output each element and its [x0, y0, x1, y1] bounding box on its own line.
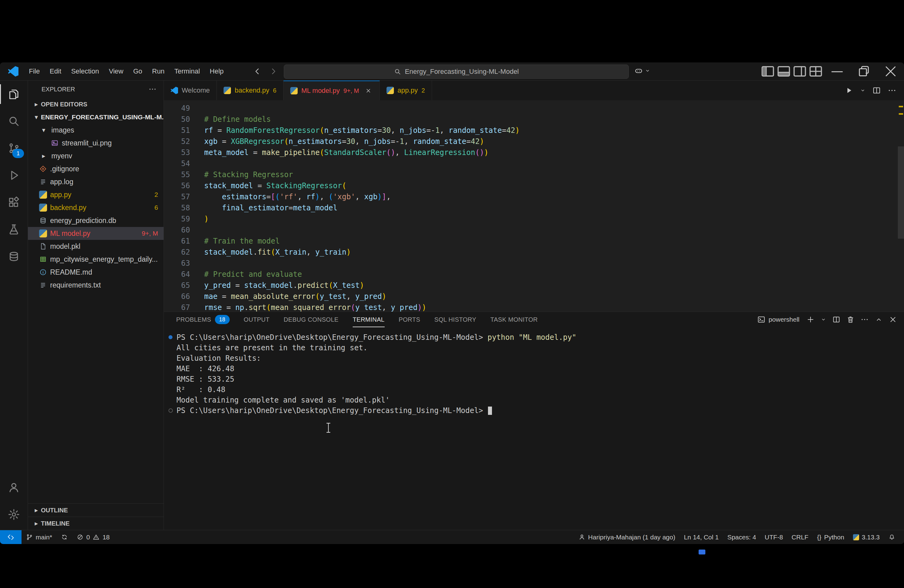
close-panel-icon[interactable] — [889, 315, 897, 324]
file-row-energy-prediction-db[interactable]: energy_prediction.db — [28, 214, 164, 227]
python-version-status[interactable]: 3.13.3 — [849, 530, 884, 544]
restore-button[interactable] — [850, 62, 877, 80]
timeline-section[interactable]: TIMELINE — [28, 517, 164, 530]
tab-backend-py[interactable]: backend.py6 — [217, 81, 283, 100]
file-row-ml-model-py[interactable]: ML model.py9+, M — [28, 227, 164, 240]
panel-tab-terminal[interactable]: TERMINAL — [353, 312, 385, 327]
branch-status[interactable]: main* — [22, 530, 57, 544]
panel-tab-debug-console[interactable]: DEBUG CONSOLE — [284, 312, 338, 327]
braces-icon: {} — [817, 534, 821, 541]
split-terminal-icon[interactable] — [832, 315, 841, 324]
code-text: estimators=[('rf', rf), ('xgb', xgb)], — [190, 191, 391, 202]
toggle-panel-icon[interactable] — [776, 62, 792, 80]
activity-extensions[interactable] — [0, 189, 28, 216]
toggle-sidebar-icon[interactable] — [760, 62, 776, 80]
command-decorator-icon[interactable] — [169, 335, 172, 339]
panel-tab-sql-history[interactable]: SQL HISTORY — [435, 312, 476, 327]
panel-tab-problems[interactable]: PROBLEMS18 — [176, 312, 230, 327]
activity-search[interactable] — [0, 107, 28, 135]
indentation-status[interactable]: Spaces: 4 — [723, 530, 760, 544]
menu-bar: FileEditSelectionViewGoRunTerminalHelp — [24, 62, 228, 80]
more-actions-icon[interactable] — [148, 85, 157, 93]
minimize-button[interactable] — [824, 62, 850, 80]
run-dropdown-icon[interactable] — [860, 87, 866, 93]
notifications[interactable] — [884, 530, 900, 544]
editor-area: Welcomebackend.py6ML model.py9+, Mapp.py… — [164, 81, 904, 530]
code-line: 51rf = RandomForestRegressor(n_estimator… — [164, 125, 904, 136]
chevron-right-icon — [39, 152, 48, 160]
file-row-backend-py[interactable]: backend.py6 — [28, 201, 164, 214]
maximize-panel-icon[interactable] — [874, 315, 883, 324]
eol-status[interactable]: CRLF — [787, 530, 813, 544]
file-row-model-pkl[interactable]: model.pkl — [28, 240, 164, 253]
file-row-streamlit-ui-png[interactable]: streamlit_ui.png — [28, 136, 164, 149]
workspace-root-label: ENERGY_FORECASTING_USING-ML-M... — [41, 114, 164, 121]
file-row-images[interactable]: images — [28, 123, 164, 136]
new-terminal-icon[interactable] — [806, 315, 815, 324]
run-button[interactable] — [844, 86, 853, 95]
code-editor[interactable]: 4950# Define models51rf = RandomForestRe… — [164, 100, 904, 311]
menu-help[interactable]: Help — [205, 62, 228, 80]
panel-tab-output[interactable]: OUTPUT — [244, 312, 270, 327]
activity-database[interactable] — [0, 243, 28, 270]
menu-selection[interactable]: Selection — [66, 62, 104, 80]
file-row-requirements-txt[interactable]: requirements.txt — [28, 279, 164, 292]
menu-edit[interactable]: Edit — [44, 62, 66, 80]
menu-run[interactable]: Run — [147, 62, 169, 80]
activity-settings[interactable] — [0, 501, 28, 528]
file-row-mp-citywise-energy-temp-daily[interactable]: mp_citywise_energy_temp_daily... — [28, 253, 164, 266]
tab-welcome[interactable]: Welcome — [164, 81, 217, 100]
file-row-readme-md[interactable]: README.md — [28, 266, 164, 279]
file-row-myenv[interactable]: myenv — [28, 149, 164, 162]
search-icon — [394, 68, 401, 75]
language-status[interactable]: {}Python — [813, 530, 848, 544]
back-arrow-icon[interactable] — [253, 67, 262, 76]
terminal-line: Evaluation Results: — [164, 353, 904, 364]
file-row-app-log[interactable]: app.log — [28, 175, 164, 188]
terminal-profile-dropdown-icon[interactable] — [820, 316, 827, 322]
activity-account[interactable] — [0, 474, 28, 501]
code-text: rf = RandomForestRegressor(n_estimators=… — [190, 125, 520, 136]
tab-ml-model-py[interactable]: ML model.py9+, M — [283, 81, 380, 100]
menu-file[interactable]: File — [24, 62, 44, 80]
outline-section[interactable]: OUTLINE — [28, 503, 164, 517]
tab-app-py[interactable]: app.py2 — [380, 81, 432, 100]
close-tab-icon[interactable] — [364, 87, 373, 95]
command-decorator-icon[interactable] — [169, 408, 173, 413]
commit-status[interactable]: Haripriya-Mahajan (1 day ago) — [574, 530, 680, 544]
sync-status[interactable] — [57, 530, 72, 544]
activity-testing[interactable] — [0, 216, 28, 243]
workspace-root[interactable]: ENERGY_FORECASTING_USING-ML-M... — [28, 111, 164, 123]
activity-run-debug[interactable] — [0, 162, 28, 189]
panel-tab-ports[interactable]: PORTS — [399, 312, 420, 327]
menu-go[interactable]: Go — [128, 62, 147, 80]
activity-explorer[interactable] — [0, 81, 28, 107]
encoding-status[interactable]: UTF-8 — [760, 530, 787, 544]
menu-view[interactable]: View — [104, 62, 128, 80]
file-row-gitignore[interactable]: .gitignore — [28, 162, 164, 175]
terminal-output[interactable]: PS C:\Users\harip\OneDrive\Desktop\Energ… — [164, 327, 904, 530]
editor-scrollbar[interactable] — [898, 146, 904, 239]
copilot-button[interactable] — [634, 66, 651, 75]
terminal-profile-label[interactable]: powershell — [769, 316, 800, 323]
command-center-search[interactable]: Energy_Forecasting_Using-ML-Model — [284, 65, 629, 79]
more-actions-icon[interactable] — [887, 86, 897, 95]
kill-terminal-icon[interactable] — [846, 315, 855, 324]
problems-status[interactable]: 0 18 — [72, 530, 114, 544]
toggle-secondary-sidebar-icon[interactable] — [792, 62, 808, 80]
file-row-app-py[interactable]: app.py2 — [28, 188, 164, 201]
cursor-position[interactable]: Ln 14, Col 1 — [680, 530, 723, 544]
open-editors-section[interactable]: OPEN EDITORS — [28, 98, 164, 111]
split-editor-icon[interactable] — [872, 86, 881, 95]
panel-tab-task-monitor[interactable]: TASK MONITOR — [490, 312, 538, 327]
more-panel-actions-icon[interactable] — [860, 315, 869, 324]
close-button[interactable] — [877, 62, 904, 80]
csv-file-icon — [39, 255, 47, 263]
remote-indicator[interactable] — [0, 530, 22, 544]
menu-terminal[interactable]: Terminal — [169, 62, 205, 80]
forward-arrow-icon[interactable] — [269, 67, 278, 76]
code-text: # Stacking Regressor — [190, 169, 293, 180]
customize-layout-icon[interactable] — [808, 62, 824, 80]
activity-source-control[interactable]: 1 — [0, 135, 28, 162]
code-line: 61# Train the model — [164, 236, 904, 247]
